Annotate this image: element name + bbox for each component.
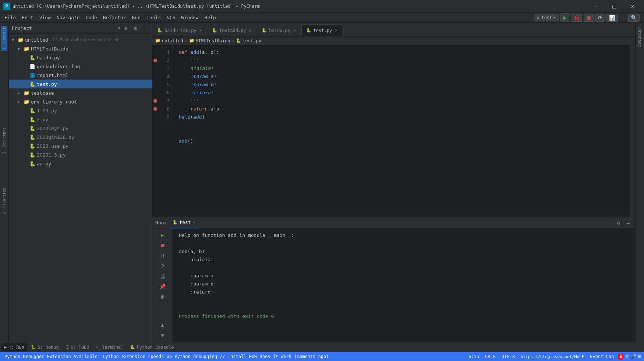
output-line-2	[179, 239, 629, 248]
menu-window[interactable]: Window	[178, 13, 202, 22]
code-content[interactable]: def add(a, b): ''' aiaiaiai :param a:	[173, 45, 630, 217]
menu-tools[interactable]: Tools	[144, 13, 164, 22]
tree-item-2-py[interactable]: ▶ 🐍 2.py	[9, 115, 152, 124]
database-strip-label[interactable]: Database	[636, 24, 644, 50]
tree-item-1-29-py[interactable]: ▶ 🐍 1.29.py	[9, 106, 152, 115]
menu-help[interactable]: Help	[202, 13, 219, 22]
editor-scrollbar[interactable]	[630, 45, 635, 217]
breadcrumb-untitled[interactable]: untitled	[162, 38, 183, 43]
menu-code[interactable]: Code	[83, 13, 100, 22]
project-strip-label[interactable]: 1: Project	[1, 26, 7, 51]
tree-item-2020keys-py[interactable]: ▶ 🐍 2020keys.py	[9, 124, 152, 133]
run-settings-btn[interactable]: ⚙	[615, 219, 623, 227]
status-position[interactable]: 6:15	[467, 354, 481, 359]
run-scroll-up-btn[interactable]: ▲	[158, 320, 167, 329]
status-line-sep[interactable]: CRLF	[484, 354, 497, 359]
tree-item-testcase[interactable]: ▶ 📁 testcase	[9, 88, 152, 97]
tree-item-aa-py[interactable]: ▶ 🐍 aa.py	[9, 159, 152, 168]
close-tab-testadd[interactable]: ✕	[248, 27, 252, 34]
close-tab-test[interactable]: ✕	[334, 27, 338, 34]
run-print-btn[interactable]: 🖨	[158, 272, 167, 281]
run-output[interactable]: Help on function add in module __main__:…	[173, 228, 635, 342]
run-debug-button[interactable]: 🐞	[571, 14, 582, 22]
code-line-11	[179, 129, 630, 137]
gutter	[152, 45, 158, 217]
close-button[interactable]: ✕	[624, 0, 641, 13]
tray-icons: S 英 🎤 ⊞	[618, 354, 641, 360]
menu-run[interactable]: Run	[129, 13, 144, 22]
bottom-tab-run[interactable]: ▶ 4: Run	[1, 343, 27, 351]
tree-item-untitled[interactable]: ▼ 📁 untitled C:\PycharmProjects\untitled	[9, 35, 152, 44]
tab-testadd-py[interactable]: 🐍 testadd.py ✕	[207, 24, 257, 36]
search-everywhere-button[interactable]: 🔍	[628, 14, 640, 22]
bottom-tab-debug[interactable]: 🐛 5: Debug	[28, 343, 62, 351]
app-icon: P	[3, 3, 10, 10]
status-url[interactable]: https://blog.csdn.net/MoLE	[519, 354, 585, 359]
tab-baidu-ide-py[interactable]: 🐍 baidu_ide.py ✕	[152, 24, 207, 36]
project-locate-btn[interactable]: ⊕	[122, 24, 130, 32]
run-pin-btn[interactable]: 📌	[158, 282, 167, 291]
project-settings-btn[interactable]: ⚙	[131, 24, 139, 32]
run-play-btn[interactable]: ▶	[158, 231, 167, 239]
breadcrumb-htmltestbaidu[interactable]: HTMLTestBaidu	[196, 38, 230, 43]
tree-item-report-html[interactable]: ▶ 🌐 report.html	[9, 71, 152, 80]
close-tab-baidu[interactable]: ✕	[293, 27, 297, 34]
run-coverage-button[interactable]: 📊	[606, 14, 618, 22]
menu-view[interactable]: View	[36, 13, 54, 22]
run-tab-close[interactable]: ✕	[192, 220, 195, 225]
left-strip: 1: Project 2: Structure 2: Favorites	[0, 23, 9, 342]
run-header-actions: ⚙ —	[615, 219, 632, 227]
gutter-8	[152, 105, 158, 113]
status-bar: Python Debugger Extension Available: Cyt…	[0, 352, 644, 361]
menu-navigate[interactable]: Navigate	[54, 13, 83, 22]
run-left-bar: ▶ ⏹ ⏸ ⟳ 🖨 📌 🗑 ▲ ▼	[152, 228, 173, 342]
tree-item-2020-use-py[interactable]: ▶ 🐍 2020.use.py	[9, 141, 152, 150]
status-left: Python Debugger Extension Available: Cyt…	[3, 354, 330, 359]
menu-refactor[interactable]: Refactor	[100, 13, 129, 22]
run-pause-btn[interactable]: ⏸	[158, 251, 167, 260]
menu-file[interactable]: File	[1, 13, 19, 22]
event-log-label[interactable]: Event Log	[588, 354, 615, 359]
tree-item-geckodriver-log[interactable]: ▶ 📄 geckodriver.log	[9, 62, 152, 71]
structure-strip-label[interactable]: 2: Structure	[1, 126, 7, 155]
run-stop-button[interactable]: ⏹	[584, 14, 594, 22]
tree-item-2020gin126-py[interactable]: ▶ 🐍 2020gin126.py	[9, 133, 152, 141]
status-message[interactable]: Python Debugger Extension Available: Cyt…	[3, 354, 330, 359]
gutter-5	[152, 81, 158, 89]
run-rerun-btn[interactable]: ⟳	[158, 262, 167, 270]
tree-item-htmltestbaidu[interactable]: ▼ 📁 HTMLTestBaidu	[9, 44, 152, 53]
run-label: Run:	[155, 220, 167, 225]
project-close-btn[interactable]: —	[141, 24, 149, 32]
run-trash-btn[interactable]: 🗑	[158, 292, 167, 301]
code-line-5: :param b:	[179, 81, 630, 89]
code-line-1: def add(a, b):	[179, 48, 630, 56]
run-config-button[interactable]: ▶ test ▾	[534, 14, 559, 21]
minimize-button[interactable]: ─	[587, 0, 604, 13]
tab-baidu-py[interactable]: 🐍 baidu.py ✕	[257, 24, 301, 36]
bottom-tab-terminal[interactable]: >_ Terminal	[93, 343, 126, 351]
gutter-2	[152, 56, 158, 64]
run-tab-test[interactable]: 🐍 test ✕	[170, 217, 198, 228]
tab-test-py[interactable]: 🐍 test.py ✕	[301, 24, 343, 36]
run-stop-btn[interactable]: ⏹	[158, 241, 167, 250]
run-play-button[interactable]: ▶	[560, 13, 569, 22]
run-close-btn[interactable]: —	[624, 219, 632, 227]
status-encoding[interactable]: UTF-8	[500, 354, 516, 359]
tree-item-test-py[interactable]: ▶ 🐍 test.py	[9, 80, 152, 88]
tree-item-baidu-py[interactable]: ▶ 🐍 baidu.py	[9, 53, 152, 62]
favorites-strip-label[interactable]: 2: Favorites	[1, 186, 7, 216]
maximize-button[interactable]: □	[606, 0, 623, 13]
run-more-button[interactable]: ⟳	[595, 14, 605, 22]
menu-vcs[interactable]: VCS	[164, 13, 178, 22]
tree-item-20201-3-py[interactable]: ▶ 🐍 20201.3.py	[9, 150, 152, 159]
close-tab-baidu-ide[interactable]: ✕	[199, 27, 203, 34]
bottom-tab-python-console[interactable]: 🐍 Python Console	[127, 343, 177, 351]
menu-edit[interactable]: Edit	[19, 13, 36, 22]
output-line-11: Process finished with exit code 0	[179, 312, 629, 320]
run-tab-label: test	[179, 220, 191, 225]
tree-item-env-library[interactable]: ▶ 📁 env library root	[9, 97, 152, 106]
title-text: untitled [C:\Users\PycharmProjects\untit…	[13, 4, 587, 9]
breadcrumb-test-py[interactable]: test.py	[243, 38, 261, 43]
bottom-tab-todo[interactable]: ☰ 6: TODO	[63, 343, 92, 351]
run-scroll-down-btn[interactable]: ▼	[158, 331, 167, 340]
